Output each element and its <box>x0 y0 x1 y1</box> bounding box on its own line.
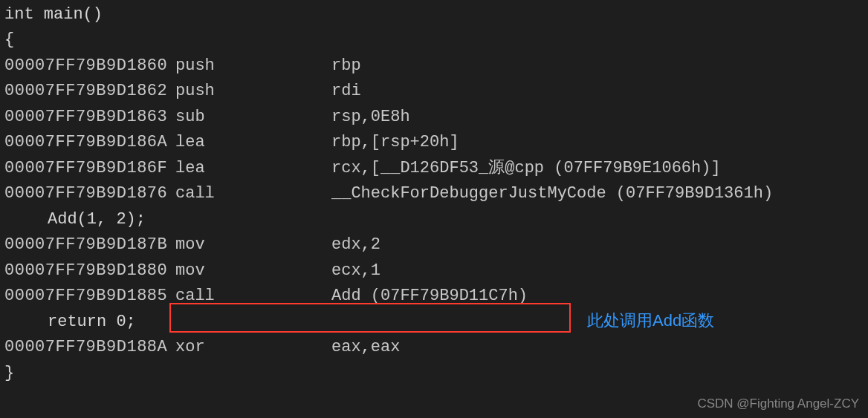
asm-mnemonic: push <box>175 78 331 104</box>
asm-address: 00007FF79B9D1876 <box>4 180 175 206</box>
source-line-return: return 0; <box>0 309 868 335</box>
asm-line: 00007FF79B9D1863subrsp,0E8h <box>0 104 868 130</box>
asm-mnemonic: lea <box>175 129 331 155</box>
watermark: CSDN @Fighting Angel-ZCY <box>697 393 859 414</box>
asm-operand: eax,eax <box>331 334 400 360</box>
asm-address: 00007FF79B9D1862 <box>4 78 175 104</box>
asm-operand: rdi <box>331 78 361 104</box>
asm-line: 00007FF79B9D1876call__CheckForDebuggerJu… <box>0 181 868 207</box>
asm-mnemonic: call <box>175 180 331 206</box>
asm-operand: rsp,0E8h <box>331 104 410 130</box>
asm-address: 00007FF79B9D1860 <box>4 53 175 79</box>
source-line-open-brace: { <box>0 27 868 53</box>
source-text: return 0; <box>48 309 136 335</box>
asm-line: 00007FF79B9D1862pushrdi <box>0 79 868 105</box>
source-text: int main() <box>4 1 103 27</box>
asm-line: 00007FF79B9D186Alearbp,[rsp+20h] <box>0 130 868 156</box>
source-text: Add(1, 2); <box>48 206 146 232</box>
asm-mnemonic: sub <box>175 104 331 130</box>
asm-line: 00007FF79B9D188Axoreax,eax <box>0 335 868 361</box>
source-line-decl: int main() <box>0 1 868 27</box>
asm-mnemonic: mov <box>175 232 331 258</box>
asm-address: 00007FF79B9D187B <box>4 232 175 258</box>
asm-mnemonic: xor <box>175 334 331 360</box>
asm-address: 00007FF79B9D1863 <box>4 104 175 130</box>
source-text: } <box>4 360 14 386</box>
asm-line: 00007FF79B9D1880movecx,1 <box>0 258 868 284</box>
asm-address: 00007FF79B9D188A <box>4 334 175 360</box>
asm-line: 00007FF79B9D187Bmovedx,2 <box>0 232 868 258</box>
asm-line: 00007FF79B9D1860pushrbp <box>0 53 868 79</box>
asm-address: 00007FF79B9D186F <box>4 155 175 181</box>
asm-operand: edx,2 <box>331 232 380 258</box>
source-text: { <box>4 27 14 53</box>
source-line-call: Add(1, 2); <box>0 206 868 232</box>
asm-mnemonic: call <box>175 283 331 309</box>
asm-operand: rbp <box>331 53 361 79</box>
asm-operand: ecx,1 <box>331 258 380 284</box>
asm-mnemonic: mov <box>175 258 331 284</box>
asm-mnemonic: push <box>175 53 331 79</box>
asm-operand: Add (07FF79B9D11C7h) <box>331 283 528 309</box>
asm-address: 00007FF79B9D186A <box>4 129 175 155</box>
asm-address: 00007FF79B9D1880 <box>4 258 175 284</box>
asm-mnemonic: lea <box>175 155 331 181</box>
asm-operand: rbp,[rsp+20h] <box>331 129 459 155</box>
annotation-text: 此处调用Add函数 <box>587 307 714 333</box>
asm-address: 00007FF79B9D1885 <box>4 283 175 309</box>
source-line-close-brace: } <box>0 360 868 386</box>
asm-line: 00007FF79B9D186Flearcx,[__D126DF53_源@cpp… <box>0 155 868 181</box>
asm-operand: __CheckForDebuggerJustMyCode (07FF79B9D1… <box>331 180 773 206</box>
asm-line-highlighted: 00007FF79B9D1885callAdd (07FF79B9D11C7h) <box>0 284 868 310</box>
asm-operand: rcx,[__D126DF53_源@cpp (07FF79B9E1066h)] <box>331 155 721 181</box>
